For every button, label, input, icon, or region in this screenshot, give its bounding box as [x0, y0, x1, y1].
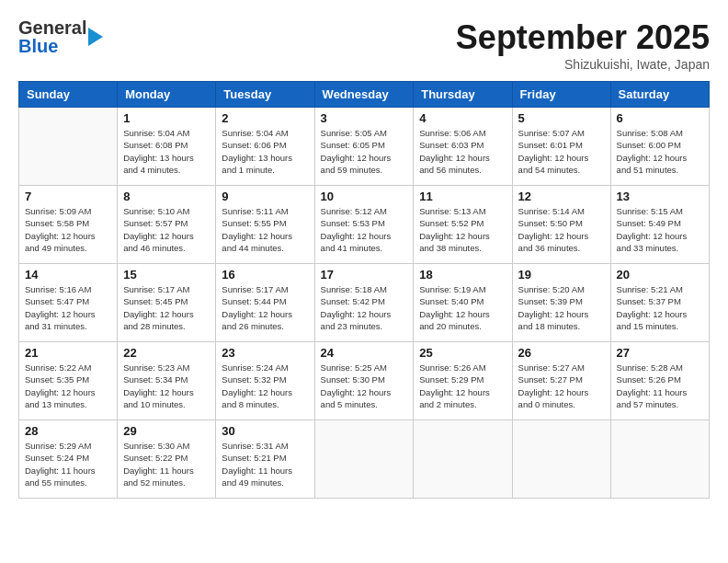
calendar-week-row: 14Sunrise: 5:16 AM Sunset: 5:47 PM Dayli… [19, 264, 710, 342]
day-number: 22 [123, 346, 210, 360]
day-number: 17 [321, 268, 408, 282]
calendar-cell: 21Sunrise: 5:22 AM Sunset: 5:35 PM Dayli… [19, 342, 118, 420]
day-number: 3 [321, 111, 408, 125]
calendar-cell: 27Sunrise: 5:28 AM Sunset: 5:26 PM Dayli… [610, 342, 709, 420]
calendar-cell: 28Sunrise: 5:29 AM Sunset: 5:24 PM Dayli… [19, 420, 118, 499]
calendar-cell: 5Sunrise: 5:07 AM Sunset: 6:01 PM Daylig… [512, 108, 610, 186]
calendar-cell [512, 420, 610, 499]
calendar-cell: 22Sunrise: 5:23 AM Sunset: 5:34 PM Dayli… [118, 342, 216, 420]
calendar-cell: 25Sunrise: 5:26 AM Sunset: 5:29 PM Dayli… [414, 342, 512, 420]
weekday-header: Thursday [414, 82, 512, 108]
calendar-cell: 15Sunrise: 5:17 AM Sunset: 5:45 PM Dayli… [118, 264, 216, 342]
calendar-week-row: 28Sunrise: 5:29 AM Sunset: 5:24 PM Dayli… [19, 420, 710, 499]
cell-info: Sunrise: 5:20 AM Sunset: 5:39 PM Dayligh… [518, 283, 605, 332]
calendar-cell: 26Sunrise: 5:27 AM Sunset: 5:27 PM Dayli… [512, 342, 610, 420]
day-number: 15 [123, 268, 210, 282]
day-number: 10 [321, 190, 408, 203]
day-number: 1 [123, 111, 210, 125]
weekday-header: Sunday [19, 82, 118, 108]
day-number: 12 [518, 190, 605, 203]
day-number: 5 [518, 111, 605, 125]
day-number: 8 [123, 190, 210, 203]
cell-info: Sunrise: 5:14 AM Sunset: 5:50 PM Dayligh… [518, 205, 605, 254]
calendar-cell: 20Sunrise: 5:21 AM Sunset: 5:37 PM Dayli… [610, 264, 709, 342]
weekday-header: Tuesday [216, 82, 314, 108]
logo-arrow-icon [88, 28, 103, 46]
cell-info: Sunrise: 5:09 AM Sunset: 5:58 PM Dayligh… [25, 205, 111, 254]
calendar-cell: 19Sunrise: 5:20 AM Sunset: 5:39 PM Dayli… [512, 264, 610, 342]
day-number: 30 [222, 424, 308, 438]
calendar-cell: 24Sunrise: 5:25 AM Sunset: 5:30 PM Dayli… [314, 342, 414, 420]
cell-info: Sunrise: 5:07 AM Sunset: 6:01 PM Dayligh… [518, 127, 605, 176]
cell-info: Sunrise: 5:23 AM Sunset: 5:34 PM Dayligh… [123, 362, 210, 410]
cell-info: Sunrise: 5:19 AM Sunset: 5:40 PM Dayligh… [419, 283, 506, 332]
cell-info: Sunrise: 5:30 AM Sunset: 5:22 PM Dayligh… [123, 440, 210, 488]
weekday-header: Saturday [610, 82, 709, 108]
calendar-cell: 4Sunrise: 5:06 AM Sunset: 6:03 PM Daylig… [414, 108, 512, 186]
day-number: 25 [419, 346, 506, 360]
calendar-cell: 18Sunrise: 5:19 AM Sunset: 5:40 PM Dayli… [414, 264, 512, 342]
cell-info: Sunrise: 5:21 AM Sunset: 5:37 PM Dayligh… [617, 283, 703, 332]
calendar-week-row: 7Sunrise: 5:09 AM Sunset: 5:58 PM Daylig… [19, 186, 710, 264]
calendar-cell: 13Sunrise: 5:15 AM Sunset: 5:49 PM Dayli… [610, 186, 709, 264]
day-number: 24 [321, 346, 408, 360]
cell-info: Sunrise: 5:04 AM Sunset: 6:06 PM Dayligh… [222, 127, 308, 176]
calendar-week-row: 1Sunrise: 5:04 AM Sunset: 6:08 PM Daylig… [19, 108, 710, 186]
header: General Blue September 2025 Shizukuishi,… [18, 18, 710, 72]
calendar-week-row: 21Sunrise: 5:22 AM Sunset: 5:35 PM Dayli… [19, 342, 710, 420]
cell-info: Sunrise: 5:26 AM Sunset: 5:29 PM Dayligh… [419, 362, 506, 410]
calendar-cell: 29Sunrise: 5:30 AM Sunset: 5:22 PM Dayli… [118, 420, 216, 499]
day-number: 9 [222, 190, 308, 203]
cell-info: Sunrise: 5:28 AM Sunset: 5:26 PM Dayligh… [617, 362, 703, 410]
calendar-cell: 10Sunrise: 5:12 AM Sunset: 5:53 PM Dayli… [314, 186, 414, 264]
month-title: September 2025 [456, 18, 710, 57]
day-number: 18 [419, 268, 506, 282]
day-number: 21 [25, 346, 111, 360]
cell-info: Sunrise: 5:18 AM Sunset: 5:42 PM Dayligh… [321, 283, 408, 332]
day-number: 7 [25, 190, 111, 203]
calendar-cell: 11Sunrise: 5:13 AM Sunset: 5:52 PM Dayli… [414, 186, 512, 264]
cell-info: Sunrise: 5:25 AM Sunset: 5:30 PM Dayligh… [321, 362, 408, 410]
logo: General Blue [18, 18, 103, 55]
weekday-header: Friday [512, 82, 610, 108]
cell-info: Sunrise: 5:29 AM Sunset: 5:24 PM Dayligh… [25, 440, 111, 488]
calendar-cell: 2Sunrise: 5:04 AM Sunset: 6:06 PM Daylig… [216, 108, 314, 186]
cell-info: Sunrise: 5:10 AM Sunset: 5:57 PM Dayligh… [123, 205, 210, 254]
day-number: 2 [222, 111, 308, 125]
calendar-cell: 30Sunrise: 5:31 AM Sunset: 5:21 PM Dayli… [216, 420, 314, 499]
calendar-cell [314, 420, 414, 499]
cell-info: Sunrise: 5:13 AM Sunset: 5:52 PM Dayligh… [419, 205, 506, 254]
day-number: 23 [222, 346, 308, 360]
weekday-header: Wednesday [314, 82, 414, 108]
day-number: 11 [419, 190, 506, 203]
calendar-cell [610, 420, 709, 499]
cell-info: Sunrise: 5:08 AM Sunset: 6:00 PM Dayligh… [617, 127, 703, 176]
cell-info: Sunrise: 5:15 AM Sunset: 5:49 PM Dayligh… [617, 205, 703, 254]
day-number: 6 [617, 111, 703, 125]
weekday-header: Monday [118, 82, 216, 108]
calendar-cell: 12Sunrise: 5:14 AM Sunset: 5:50 PM Dayli… [512, 186, 610, 264]
location-subtitle: Shizukuishi, Iwate, Japan [456, 57, 710, 72]
day-number: 16 [222, 268, 308, 282]
calendar-cell: 23Sunrise: 5:24 AM Sunset: 5:32 PM Dayli… [216, 342, 314, 420]
calendar-cell: 17Sunrise: 5:18 AM Sunset: 5:42 PM Dayli… [314, 264, 414, 342]
cell-info: Sunrise: 5:06 AM Sunset: 6:03 PM Dayligh… [419, 127, 506, 176]
cell-info: Sunrise: 5:22 AM Sunset: 5:35 PM Dayligh… [25, 362, 111, 410]
cell-info: Sunrise: 5:17 AM Sunset: 5:44 PM Dayligh… [222, 283, 308, 332]
calendar-cell [19, 108, 118, 186]
logo-line2: Blue [18, 37, 86, 55]
day-number: 19 [518, 268, 605, 282]
cell-info: Sunrise: 5:05 AM Sunset: 6:05 PM Dayligh… [321, 127, 408, 176]
cell-info: Sunrise: 5:16 AM Sunset: 5:47 PM Dayligh… [25, 283, 111, 332]
cell-info: Sunrise: 5:27 AM Sunset: 5:27 PM Dayligh… [518, 362, 605, 410]
day-number: 14 [25, 268, 111, 282]
day-number: 20 [617, 268, 703, 282]
cell-info: Sunrise: 5:11 AM Sunset: 5:55 PM Dayligh… [222, 205, 308, 254]
calendar-cell: 7Sunrise: 5:09 AM Sunset: 5:58 PM Daylig… [19, 186, 118, 264]
calendar-cell: 14Sunrise: 5:16 AM Sunset: 5:47 PM Dayli… [19, 264, 118, 342]
cell-info: Sunrise: 5:17 AM Sunset: 5:45 PM Dayligh… [123, 283, 210, 332]
day-number: 4 [419, 111, 506, 125]
logo-line1: General [18, 18, 86, 37]
title-section: September 2025 Shizukuishi, Iwate, Japan [456, 18, 710, 72]
cell-info: Sunrise: 5:04 AM Sunset: 6:08 PM Dayligh… [123, 127, 210, 176]
